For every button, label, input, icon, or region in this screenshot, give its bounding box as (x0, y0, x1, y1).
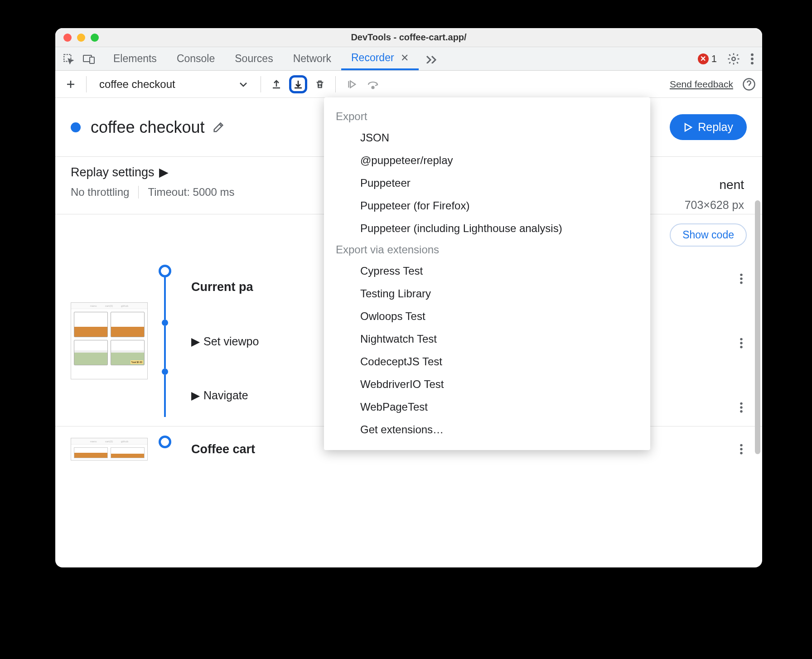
recording-indicator-dot (71, 122, 81, 132)
export-button[interactable] (289, 75, 307, 93)
environment-dimensions: 703×628 px (685, 199, 744, 212)
export-dropdown-menu: Export JSON @puppeteer/replay Puppeteer … (324, 97, 650, 450)
svg-point-12 (740, 338, 742, 340)
tab-recorder[interactable]: Recorder ✕ (341, 47, 419, 70)
step-label: Navigate (203, 389, 248, 402)
svg-point-11 (740, 281, 742, 284)
export-option-codeceptjs[interactable]: CodeceptJS Test (324, 350, 650, 373)
export-option-puppeteer-lighthouse[interactable]: Puppeteer (including Lighthouse analysis… (324, 217, 650, 240)
timeline-dot-icon (162, 368, 168, 375)
close-window-button[interactable] (63, 34, 72, 42)
tab-sources[interactable]: Sources (225, 47, 283, 70)
chevron-down-icon (239, 81, 248, 87)
titlebar: DevTools - coffee-cart.app/ (55, 28, 762, 47)
recording-selector-label: coffee checkout (99, 78, 175, 91)
chevron-right-icon: ▶ (191, 335, 200, 348)
close-tab-icon[interactable]: ✕ (401, 52, 409, 64)
tab-label: Recorder (351, 52, 394, 64)
tab-label: Network (293, 53, 331, 65)
inspect-icon[interactable] (63, 53, 74, 65)
settings-gear-icon[interactable] (727, 52, 740, 66)
tab-network[interactable]: Network (283, 47, 341, 70)
step-replay-button[interactable] (342, 75, 360, 93)
environment-label: nent (685, 178, 744, 192)
delete-button[interactable] (311, 75, 329, 93)
svg-point-19 (740, 448, 742, 450)
tab-console[interactable]: Console (167, 47, 225, 70)
devtools-window: DevTools - coffee-cart.app/ Elements Con… (55, 28, 762, 567)
step-over-button[interactable] (364, 75, 382, 93)
export-option-get-extensions[interactable]: Get extensions… (324, 418, 650, 441)
window-title: DevTools - coffee-cart.app/ (351, 32, 466, 43)
import-button[interactable] (267, 75, 285, 93)
export-option-nightwatch[interactable]: Nightwatch Test (324, 328, 650, 350)
tab-elements[interactable]: Elements (103, 47, 167, 70)
replay-button-label: Replay (698, 121, 733, 134)
settings-title-label: Replay settings (71, 165, 155, 179)
step-thumbnail: menucart(0)github Total $0.00 (71, 302, 148, 379)
recording-title: coffee checkout (91, 118, 205, 137)
svg-point-3 (732, 57, 735, 61)
tab-label: Sources (235, 53, 273, 65)
minimize-window-button[interactable] (77, 34, 85, 42)
step-menu-button[interactable] (736, 398, 747, 417)
step-menu-button[interactable] (736, 334, 747, 353)
chevron-right-icon: ▶ (191, 389, 200, 402)
svg-point-5 (751, 58, 754, 60)
timeline-node-icon (159, 265, 171, 277)
export-option-puppeteer[interactable]: Puppeteer (324, 172, 650, 194)
svg-point-7 (372, 86, 374, 88)
timeline-dot-icon (162, 320, 168, 326)
timeline-node-icon (159, 436, 171, 448)
svg-point-16 (740, 406, 742, 408)
step-label: Set viewpo (203, 335, 259, 348)
export-option-json[interactable]: JSON (324, 126, 650, 149)
svg-point-13 (740, 342, 742, 344)
recorder-toolbar: coffee checkout Send feedback (55, 71, 762, 98)
export-option-puppeteer-replay[interactable]: @puppeteer/replay (324, 149, 650, 172)
device-toggle-icon[interactable] (82, 53, 95, 64)
step-thumbnail: menucart(0)github (71, 438, 148, 460)
tab-label: Console (177, 53, 215, 65)
replay-button[interactable]: Replay (670, 114, 747, 140)
help-icon[interactable] (742, 78, 756, 91)
chevron-right-icon: ▶ (159, 165, 169, 179)
divider (335, 76, 336, 92)
export-option-webdriverio[interactable]: WebdriverIO Test (324, 373, 650, 396)
step-menu-button[interactable] (736, 269, 747, 288)
show-code-label: Show code (682, 229, 734, 241)
export-option-cypress[interactable]: Cypress Test (324, 260, 650, 282)
export-option-puppeteer-firefox[interactable]: Puppeteer (for Firefox) (324, 194, 650, 217)
panel-tabs-bar: Elements Console Sources Network Recorde… (55, 47, 762, 71)
send-feedback-link[interactable]: Send feedback (670, 79, 733, 90)
menu-section-header: Export via extensions (324, 240, 650, 260)
more-tabs-button[interactable] (419, 54, 444, 63)
svg-point-6 (751, 62, 754, 64)
menu-section-header: Export (324, 107, 650, 126)
svg-point-4 (751, 53, 754, 56)
export-option-owloops[interactable]: Owloops Test (324, 305, 650, 328)
svg-rect-2 (90, 57, 94, 63)
maximize-window-button[interactable] (91, 34, 99, 42)
svg-point-17 (740, 410, 742, 412)
error-icon: ✕ (698, 53, 709, 64)
error-count-badge[interactable]: ✕ 1 (698, 53, 717, 65)
edit-title-icon[interactable] (212, 121, 225, 134)
timeout-value: Timeout: 5000 ms (138, 186, 243, 199)
export-option-testing-library[interactable]: Testing Library (324, 282, 650, 305)
divider (86, 76, 87, 92)
svg-point-20 (740, 452, 742, 454)
new-recording-button[interactable] (62, 75, 80, 93)
kebab-menu-icon[interactable] (750, 53, 754, 65)
divider (261, 76, 261, 92)
svg-point-9 (740, 274, 742, 276)
svg-point-18 (740, 444, 742, 446)
scrollbar[interactable] (755, 200, 760, 454)
recording-selector[interactable]: coffee checkout (93, 78, 254, 91)
step-menu-button[interactable] (736, 440, 747, 459)
traffic-lights (63, 34, 99, 42)
tab-label: Elements (113, 53, 157, 65)
svg-point-15 (740, 402, 742, 405)
export-option-webpagetest[interactable]: WebPageTest (324, 396, 650, 418)
show-code-button[interactable]: Show code (670, 223, 747, 247)
